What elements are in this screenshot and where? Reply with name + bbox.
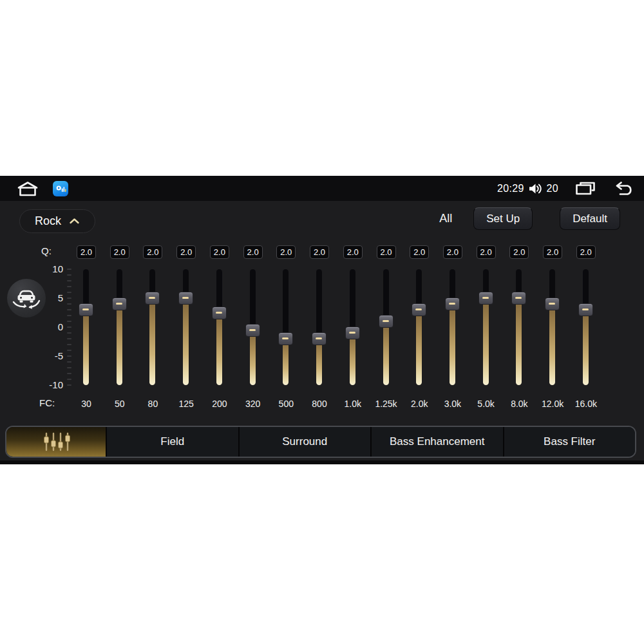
all-button[interactable]: All: [439, 212, 452, 225]
slider-fill: [583, 310, 589, 385]
eq-band-column: 2.0 5.0k: [469, 245, 503, 408]
fc-row-label: FC:: [39, 397, 55, 408]
axis-label-neg5: -5: [24, 350, 63, 362]
slider-handle[interactable]: [212, 307, 227, 319]
q-value-box[interactable]: 2.0: [210, 245, 229, 259]
slider-track[interactable]: [450, 269, 455, 385]
q-value-box[interactable]: 2.0: [576, 245, 596, 259]
slider-track[interactable]: [117, 269, 122, 385]
slider-track[interactable]: [549, 269, 555, 385]
eq-band-column: 2.0 800: [303, 245, 336, 408]
slider-track[interactable]: [183, 269, 189, 385]
slider-track[interactable]: [583, 269, 589, 385]
q-value-box[interactable]: 2.0: [276, 245, 296, 259]
header-actions: All Set Up Default: [439, 207, 620, 230]
eq-band-column: 2.0 1.0k: [336, 245, 370, 408]
eq-band-column: 2.0 125: [169, 245, 203, 408]
slider-handle[interactable]: [511, 292, 526, 305]
bottom-tab-bar: Field Surround Bass Enhancement Bass Fil…: [5, 426, 636, 458]
slider-handle[interactable]: [412, 303, 426, 316]
eq-band-column: 2.0 16.0k: [569, 245, 603, 408]
slider-handle[interactable]: [345, 327, 360, 339]
speaker-icon[interactable]: [529, 183, 542, 194]
set-up-button[interactable]: Set Up: [473, 207, 533, 230]
eq-band-column: 2.0 12.0k: [536, 245, 569, 408]
q-value-box[interactable]: 2.0: [310, 245, 329, 259]
slider-track[interactable]: [149, 269, 155, 385]
preset-label: Rock: [35, 214, 61, 228]
slider-handle[interactable]: [578, 303, 593, 316]
back-icon[interactable]: [612, 182, 634, 196]
q-value-box[interactable]: 2.0: [343, 245, 363, 259]
axis-label-0: 0: [24, 321, 63, 333]
slider-handle[interactable]: [379, 315, 393, 328]
slider-handle[interactable]: [79, 303, 93, 316]
clock: 20:29: [497, 183, 524, 194]
tab-field[interactable]: Field: [106, 427, 238, 457]
slider-handle[interactable]: [312, 332, 327, 345]
slider-fill: [83, 310, 89, 385]
q-value-box[interactable]: 2.0: [477, 245, 496, 259]
volume-level: 20: [547, 183, 558, 194]
slider-fill: [516, 298, 522, 385]
eq-band-column: 2.0 500: [269, 245, 303, 408]
q-value-box[interactable]: 2.0: [243, 245, 263, 259]
slider-track[interactable]: [416, 269, 422, 385]
slider-fill: [250, 330, 256, 386]
axis-label-neg10: -10: [24, 379, 63, 391]
slider-handle[interactable]: [145, 292, 160, 305]
frequency-label: 16.0k: [564, 399, 608, 409]
eq-band-column: 2.0 50: [103, 245, 137, 408]
q-value-box[interactable]: 2.0: [110, 245, 129, 259]
tab-equalizer-active[interactable]: [6, 427, 106, 457]
slider-handle[interactable]: [178, 292, 193, 305]
equalizer-app-icon[interactable]: [53, 181, 68, 196]
slider-handle[interactable]: [112, 298, 127, 310]
slider-fill: [316, 339, 322, 385]
equalizer-sliders-icon: [41, 431, 71, 452]
car-surround-icon: [11, 283, 42, 314]
slider-fill: [149, 298, 155, 385]
recent-apps-icon[interactable]: [575, 182, 596, 196]
slider-track[interactable]: [316, 269, 322, 385]
q-value-box[interactable]: 2.0: [410, 245, 429, 259]
tab-surround-label: Surround: [282, 435, 327, 448]
q-value-box[interactable]: 2.0: [443, 245, 462, 259]
tab-bass-enhancement[interactable]: Bass Enhancement: [370, 427, 503, 457]
q-value-box[interactable]: 2.0: [377, 245, 396, 259]
tab-surround[interactable]: Surround: [238, 427, 371, 457]
slider-fill: [383, 321, 389, 385]
tab-bass-filter-label: Bass Filter: [544, 435, 595, 448]
slider-track[interactable]: [83, 269, 89, 385]
slider-handle[interactable]: [245, 324, 260, 337]
slider-track[interactable]: [483, 269, 489, 385]
eq-band-column: 2.0 3.0k: [436, 245, 469, 408]
preset-dropdown[interactable]: Rock: [19, 209, 95, 233]
q-value-box[interactable]: 2.0: [509, 245, 529, 259]
eq-band-column: 2.0 80: [136, 245, 169, 408]
car-audio-position-button[interactable]: [7, 279, 46, 317]
tab-bass-filter[interactable]: Bass Filter: [503, 427, 636, 457]
slider-track[interactable]: [516, 269, 522, 385]
eq-band-column: 2.0 200: [203, 245, 236, 408]
slider-fill: [450, 304, 455, 385]
home-icon[interactable]: [17, 181, 39, 196]
slider-fill: [350, 333, 355, 385]
q-row-label: Q:: [41, 245, 52, 256]
slider-handle[interactable]: [278, 332, 293, 345]
slider-handle[interactable]: [478, 292, 493, 305]
slider-track[interactable]: [216, 269, 222, 385]
eq-band-column: 2.0 320: [236, 245, 270, 408]
q-value-box[interactable]: 2.0: [176, 245, 196, 259]
q-value-box[interactable]: 2.0: [143, 245, 162, 259]
q-value-box[interactable]: 2.0: [77, 245, 96, 259]
q-value-box[interactable]: 2.0: [543, 245, 562, 259]
eq-band-column: 2.0 8.0k: [502, 245, 536, 408]
slider-handle[interactable]: [545, 298, 560, 310]
default-button[interactable]: Default: [560, 207, 620, 230]
eq-band-column: 2.0 1.25k: [370, 245, 403, 408]
slider-handle[interactable]: [445, 298, 460, 310]
slider-fill: [416, 310, 422, 385]
slider-track[interactable]: [283, 269, 289, 385]
tab-bass-enhancement-label: Bass Enhancement: [390, 435, 484, 448]
